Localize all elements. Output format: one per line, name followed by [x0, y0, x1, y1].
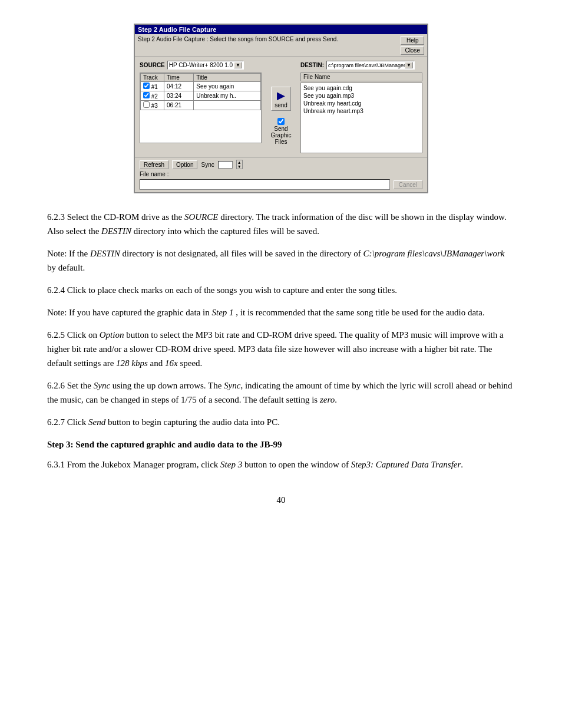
- dialog-title: Step 2 Audio File Capture: [138, 26, 216, 33]
- track-checkbox[interactable]: [143, 83, 150, 89]
- dialog-subtitle: Step 2 Audio File Capture : Select the s…: [138, 36, 338, 42]
- send-graphic-area: SendGraphicFiles: [270, 118, 291, 145]
- destin-label: DESTIN:: [300, 62, 324, 68]
- track-check-cell[interactable]: #2: [141, 91, 164, 101]
- destin-italic: DESTIN: [101, 226, 131, 236]
- source-label: SOURCE: [140, 62, 165, 68]
- list-item: See you again.mp3: [302, 92, 421, 100]
- source-combo[interactable]: HP CD-Writer+ 8200 1.0 ▼: [167, 61, 244, 70]
- panel-middle: ▶ send SendGraphicFiles: [266, 61, 296, 153]
- sync-up-arrow[interactable]: ▲: [237, 160, 242, 164]
- track-num: #3: [151, 103, 158, 109]
- send-graphic-label: SendGraphicFiles: [270, 126, 291, 145]
- destin-combo[interactable]: c:\program files\cavs\JBManagertw ▼: [326, 61, 415, 70]
- main-content: 6.2.3 Select the CD-ROM drive as the SOU…: [47, 210, 515, 472]
- path-italic: C:\program files\cavs\JBManager\work: [363, 249, 505, 258]
- screenshot-area: Step 2 Audio File Capture Step 2 Audio F…: [47, 24, 515, 193]
- sync-label: Sync: [201, 162, 214, 168]
- step1-italic: Step 1: [211, 308, 233, 317]
- send-italic: Send: [88, 417, 105, 427]
- paragraph-6-2-4: 6.2.4 Click to place check marks on each…: [47, 283, 515, 297]
- dialog-bottom: Refresh Option Sync 0 ▲ ▼ File name : Ca…: [135, 157, 427, 192]
- send-graphic-checkbox[interactable]: [277, 118, 285, 125]
- dialog-titlebar: Step 2 Audio File Capture: [135, 25, 427, 34]
- file-name-header: File Name: [300, 73, 422, 81]
- table-row: #3 06:21: [141, 101, 261, 110]
- step3-title-italic: Step3: Captured Data Transfer: [351, 460, 461, 469]
- track-check-cell[interactable]: #1: [141, 82, 164, 91]
- track-time: 06:21: [164, 101, 194, 110]
- sync-spin[interactable]: ▲ ▼: [236, 160, 243, 169]
- section-heading-step3: Step 3: Send the captured graphic and au…: [47, 437, 515, 452]
- paragraph-6-3-1: 6.3.1 From the Jukebox Manager program, …: [47, 457, 515, 472]
- track-check-cell[interactable]: #3: [141, 101, 164, 110]
- sync-input[interactable]: 0: [218, 161, 233, 169]
- close-button[interactable]: Close: [401, 46, 424, 55]
- dialog-box: Step 2 Audio File Capture Step 2 Audio F…: [134, 24, 428, 193]
- list-item: Unbreak my heart.cdg: [302, 100, 421, 107]
- track-title: See you again: [194, 82, 261, 91]
- track-title: [194, 101, 261, 110]
- track-time: 04:12: [164, 82, 194, 91]
- table-row: #2 03:24 Unbreak my h..: [141, 91, 261, 101]
- paragraph-6-2-7: 6.2.7 Click Send button to begin capturi…: [47, 415, 515, 429]
- filename-input-row: Cancel: [140, 179, 422, 190]
- track-checkbox[interactable]: [143, 101, 150, 108]
- send-button[interactable]: ▶ send: [271, 87, 291, 111]
- source-italic: SOURCE: [184, 212, 219, 222]
- 16x-italic: 16x: [165, 358, 178, 368]
- source-combo-arrow[interactable]: ▼: [234, 62, 242, 68]
- page-number: 40: [47, 495, 515, 505]
- track-checkbox[interactable]: [143, 92, 150, 98]
- paragraph-6-2-6: 6.2.6 Set the Sync using the up down arr…: [47, 378, 515, 407]
- zero-italic: zero: [320, 395, 335, 404]
- col-track: Track: [141, 74, 164, 82]
- file-name-label: File name :: [140, 171, 168, 177]
- track-table: Track Time Title #1 04:12 See you again …: [140, 73, 261, 110]
- option-italic: Option: [100, 330, 124, 340]
- paragraph-6-2-5: 6.2.5 Click on Option button to select t…: [47, 328, 515, 370]
- table-row: #1 04:12 See you again: [141, 82, 261, 91]
- dialog-body: SOURCE HP CD-Writer+ 8200 1.0 ▼ Track Ti…: [135, 57, 427, 157]
- step3-italic: Step 3: [220, 460, 242, 469]
- destin-combo-arrow[interactable]: ▼: [405, 62, 413, 68]
- sync2-italic: Sync: [224, 381, 240, 390]
- track-num: #1: [151, 84, 158, 90]
- file-list-area: See you again.cdgSee you again.mp3Unbrea…: [300, 83, 422, 153]
- send-icon: ▶: [277, 89, 285, 102]
- panel-left: SOURCE HP CD-Writer+ 8200 1.0 ▼ Track Ti…: [140, 61, 262, 153]
- refresh-button[interactable]: Refresh: [140, 160, 168, 169]
- sync-down-arrow[interactable]: ▼: [237, 164, 242, 169]
- 128kbps-italic: 128 kbps: [116, 358, 148, 368]
- source-row: SOURCE HP CD-Writer+ 8200 1.0 ▼: [140, 61, 262, 70]
- track-num: #2: [151, 93, 158, 100]
- paragraph-note-destin: Note: If the DESTIN directory is not des…: [47, 246, 515, 275]
- filename-input[interactable]: [140, 179, 390, 190]
- bottom-row: Refresh Option Sync 0 ▲ ▼: [140, 160, 422, 169]
- destin-note-italic: DESTIN: [90, 249, 120, 258]
- help-button[interactable]: Help: [401, 36, 424, 45]
- dialog-help-close: Help Close: [401, 36, 424, 55]
- paragraph-note-step1: Note: If you have captured the graphic d…: [47, 305, 515, 319]
- filename-row: File name :: [140, 171, 422, 177]
- list-item: Unbreak my heart.mp3: [302, 107, 421, 115]
- panel-right: DESTIN: c:\program files\cavs\JBManagert…: [300, 61, 422, 153]
- file-list-container: File Name See you again.cdgSee you again…: [300, 73, 422, 153]
- track-list-area: Track Time Title #1 04:12 See you again …: [140, 73, 262, 143]
- dialog-header: Step 2 Audio File Capture : Select the s…: [135, 34, 427, 57]
- track-time: 03:24: [164, 91, 194, 101]
- paragraph-6-2-3: 6.2.3 Select the CD-ROM drive as the SOU…: [47, 210, 515, 238]
- option-button[interactable]: Option: [172, 160, 197, 169]
- send-label: send: [275, 102, 287, 108]
- cancel-button[interactable]: Cancel: [394, 180, 422, 189]
- list-item: See you again.cdg: [302, 84, 421, 92]
- col-time: Time: [164, 74, 194, 82]
- destin-row: DESTIN: c:\program files\cavs\JBManagert…: [300, 61, 422, 70]
- track-title: Unbreak my h..: [194, 91, 261, 101]
- sync-italic: Sync: [94, 381, 110, 390]
- col-title: Title: [194, 74, 261, 82]
